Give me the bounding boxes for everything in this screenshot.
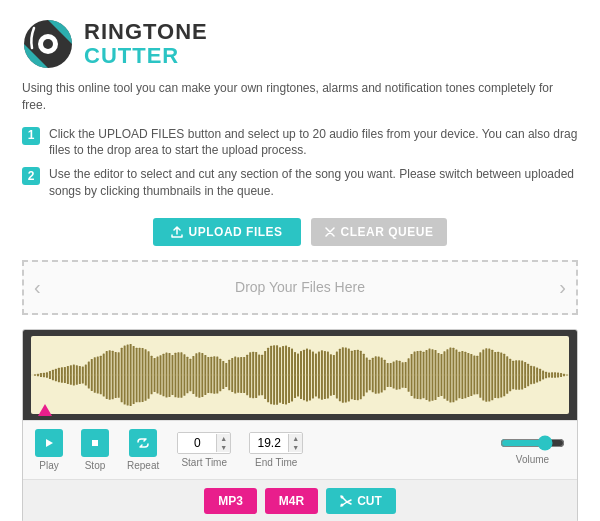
pink-marker[interactable] [38, 404, 52, 416]
end-time-input[interactable] [250, 433, 288, 453]
end-time-input-wrapper: ▲ ▼ [249, 432, 303, 454]
upload-button-label: UPLOAD FILES [189, 225, 283, 239]
cut-icon [340, 495, 352, 507]
upload-icon [171, 226, 183, 238]
mp3-label: MP3 [218, 494, 243, 508]
drop-area[interactable]: ‹ Drop Your Files Here › [22, 260, 578, 315]
svg-rect-185 [92, 440, 98, 446]
waveform-canvas [31, 336, 569, 414]
controls-row: Play Stop Repeat [23, 420, 577, 479]
start-time-group: ▲ ▼ Start Time [177, 432, 231, 468]
svg-point-2 [43, 39, 53, 49]
instruction-text-1: Click the UPLOAD FILES button and select… [49, 126, 578, 160]
instruction-2: 2 Use the editor to select and cut any s… [22, 166, 578, 200]
end-time-label: End Time [255, 457, 297, 468]
m4r-label: M4R [279, 494, 304, 508]
cut-button[interactable]: CUT [326, 488, 396, 514]
format-row: MP3 M4R CUT [23, 479, 577, 521]
waveform-container[interactable] [23, 330, 577, 420]
buttons-row: UPLOAD FILES CLEAR QUEUE [22, 218, 578, 246]
svg-point-187 [341, 503, 344, 506]
waveform-svg [31, 336, 569, 414]
repeat-icon [137, 438, 149, 448]
volume-slider[interactable] [500, 435, 565, 451]
upload-files-button[interactable]: UPLOAD FILES [153, 218, 301, 246]
logo-icon [22, 18, 74, 70]
instructions: 1 Click the UPLOAD FILES button and sele… [22, 126, 578, 200]
m4r-button[interactable]: M4R [265, 488, 318, 514]
stop-label: Stop [85, 460, 106, 471]
stop-icon [90, 438, 100, 448]
header: RINGTONE CUTTER [22, 18, 578, 70]
repeat-control: Repeat [127, 429, 159, 471]
mp3-button[interactable]: MP3 [204, 488, 257, 514]
clear-queue-button[interactable]: CLEAR QUEUE [311, 218, 448, 246]
end-time-spin-up[interactable]: ▲ [289, 434, 302, 443]
start-time-spin-down[interactable]: ▼ [217, 443, 230, 452]
stop-control: Stop [81, 429, 109, 471]
page-wrapper: RINGTONE CUTTER Using this online tool y… [0, 0, 600, 521]
logo-cutter: CUTTER [84, 44, 208, 68]
repeat-label: Repeat [127, 460, 159, 471]
volume-label: Volume [516, 454, 549, 465]
play-control: Play [35, 429, 63, 471]
start-time-input[interactable] [178, 433, 216, 453]
volume-group: Volume [500, 435, 565, 465]
waveform-section: Play Stop Repeat [22, 329, 578, 521]
instruction-1: 1 Click the UPLOAD FILES button and sele… [22, 126, 578, 160]
svg-point-186 [341, 495, 344, 498]
start-time-input-wrapper: ▲ ▼ [177, 432, 231, 454]
clear-button-label: CLEAR QUEUE [341, 225, 434, 239]
end-time-group: ▲ ▼ End Time [249, 432, 303, 468]
tagline: Using this online tool you can make your… [22, 80, 578, 114]
start-time-spin-up[interactable]: ▲ [217, 434, 230, 443]
stop-button[interactable] [81, 429, 109, 457]
clear-icon [325, 227, 335, 237]
volume-slider-wrapper [500, 435, 565, 451]
prev-arrow-icon[interactable]: ‹ [34, 276, 41, 299]
next-arrow-icon[interactable]: › [559, 276, 566, 299]
drop-area-text: Drop Your Files Here [235, 279, 365, 295]
instruction-number-2: 2 [22, 167, 40, 185]
instruction-text-2: Use the editor to select and cut any sec… [49, 166, 578, 200]
svg-marker-184 [46, 439, 53, 447]
cut-label: CUT [357, 494, 382, 508]
end-time-spin-down[interactable]: ▼ [289, 443, 302, 452]
logo-text: RINGTONE CUTTER [84, 20, 208, 68]
start-time-label: Start Time [181, 457, 227, 468]
repeat-button[interactable] [129, 429, 157, 457]
play-label: Play [39, 460, 58, 471]
logo-ringtone: RINGTONE [84, 20, 208, 44]
end-time-spinners: ▲ ▼ [288, 434, 302, 452]
play-button[interactable] [35, 429, 63, 457]
start-time-spinners: ▲ ▼ [216, 434, 230, 452]
instruction-number-1: 1 [22, 127, 40, 145]
play-icon [44, 438, 54, 448]
